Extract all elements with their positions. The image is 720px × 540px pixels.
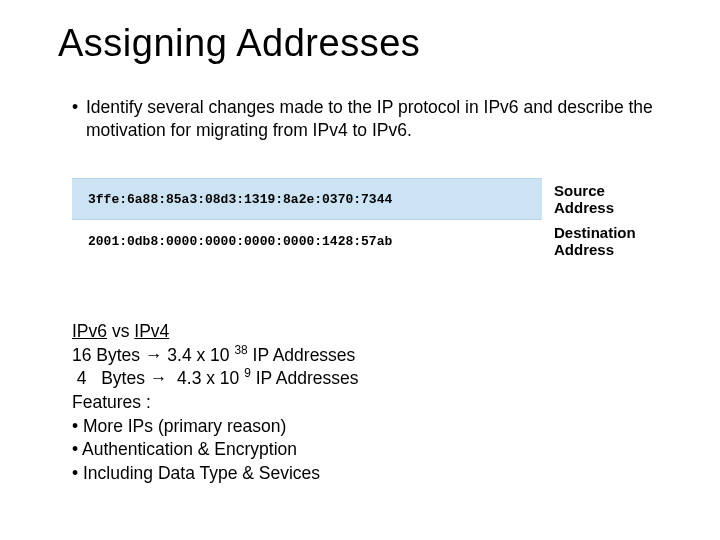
- heading-ipv4: IPv4: [134, 321, 169, 341]
- line2-b: IP Addresses: [251, 368, 359, 388]
- feature-bullet-2: •: [72, 463, 83, 483]
- address-figure: 3ffe:6a88:85a3:08d3:1319:8a2e:0370:7344 …: [72, 178, 648, 262]
- heading-vs: vs: [107, 321, 134, 341]
- main-bullet: •Identify several changes made to the IP…: [72, 96, 680, 142]
- feature-bullet-1: •: [72, 439, 82, 459]
- heading-ipv6: IPv6: [72, 321, 107, 341]
- slide: Assigning Addresses •Identify several ch…: [0, 0, 720, 540]
- line1-exp: 38: [234, 343, 247, 357]
- feature-0: More IPs (primary reason): [83, 416, 286, 436]
- slide-title: Assigning Addresses: [58, 22, 420, 65]
- destination-address-label: Destination Address: [542, 224, 648, 259]
- bullet-dot: •: [72, 96, 86, 119]
- source-address-label: Source Address: [542, 182, 648, 217]
- line1-a: 16 Bytes → 3.4 x 10: [72, 345, 234, 365]
- destination-address-value: 2001:0db8:0000:0000:0000:0000:1428:57ab: [72, 220, 542, 262]
- line2-a: 4 Bytes → 4.3 x 10: [72, 368, 244, 388]
- feature-bullet-0: •: [72, 416, 83, 436]
- source-address-value: 3ffe:6a88:85a3:08d3:1319:8a2e:0370:7344: [72, 178, 542, 220]
- main-bullet-text: Identify several changes made to the IP …: [86, 96, 674, 142]
- line1-b: IP Addresses: [248, 345, 356, 365]
- feature-1: Authentication & Encryption: [82, 439, 297, 459]
- feature-2: Including Data Type & Sevices: [83, 463, 320, 483]
- line2-exp: 9: [244, 366, 251, 380]
- source-row: 3ffe:6a88:85a3:08d3:1319:8a2e:0370:7344 …: [72, 178, 648, 220]
- features-label: Features :: [72, 392, 151, 412]
- comparison-block: IPv6 vs IPv4 16 Bytes → 3.4 x 10 38 IP A…: [72, 320, 358, 485]
- destination-row: 2001:0db8:0000:0000:0000:0000:1428:57ab …: [72, 220, 648, 262]
